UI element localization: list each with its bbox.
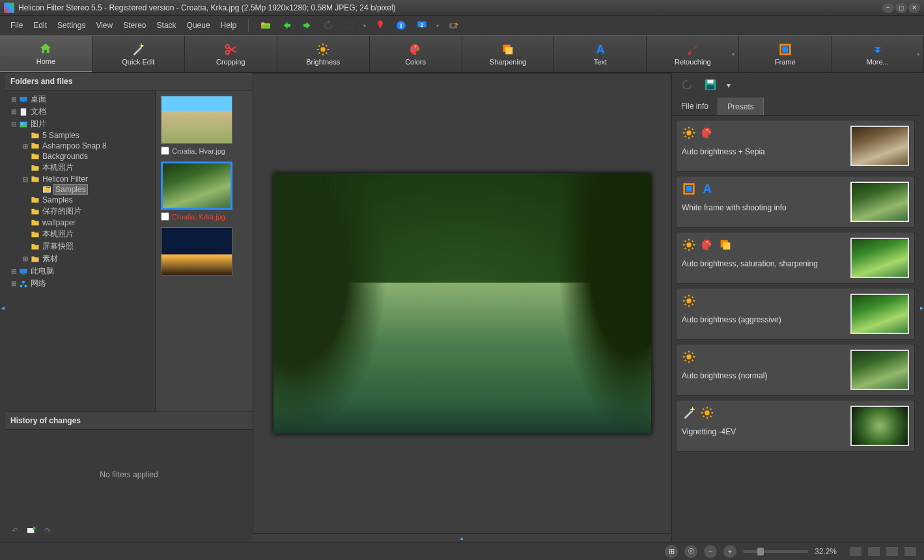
thumbnail-checkbox[interactable] bbox=[161, 212, 169, 221]
menu-view[interactable]: View bbox=[92, 18, 117, 33]
thumbnail-image[interactable] bbox=[161, 161, 232, 210]
preset-item[interactable]: Vignetting -4EV bbox=[676, 400, 915, 452]
zoom-slider[interactable] bbox=[743, 550, 808, 553]
preset-item[interactable]: Auto brightness + Sepia bbox=[676, 120, 915, 172]
zoom-in-icon[interactable]: + bbox=[723, 545, 736, 558]
expand-icon[interactable]: ⊞ bbox=[21, 143, 30, 150]
tab-file-info[interactable]: File info bbox=[672, 98, 718, 115]
thumbnail-strip[interactable]: Croatia, Hvar.jpgCroatia, Krka.jpg bbox=[155, 91, 253, 412]
preset-item[interactable]: Auto brightness, saturation, sharpening bbox=[676, 232, 915, 284]
menu-queue[interactable]: Queue bbox=[183, 18, 214, 33]
pin-marker-icon[interactable] bbox=[371, 18, 389, 33]
info-icon[interactable]: i bbox=[392, 18, 410, 33]
open-folder-icon[interactable] bbox=[257, 18, 275, 33]
bottom-collapse-handle[interactable]: ▴ bbox=[253, 534, 671, 542]
expand-icon[interactable]: ⊞ bbox=[9, 108, 18, 115]
maximize-button[interactable]: ◻ bbox=[895, 3, 907, 13]
svg-point-49 bbox=[686, 354, 691, 359]
tree-node[interactable]: ⊞素材 bbox=[7, 253, 154, 265]
tab-retouching[interactable]: Retouching▾ bbox=[647, 36, 739, 72]
tree-node[interactable]: Samples bbox=[7, 195, 154, 205]
tree-node[interactable]: 屏幕快照 bbox=[7, 240, 154, 253]
menu-settings[interactable]: Settings bbox=[53, 18, 89, 33]
tree-node[interactable]: ⊞Ashampoo Snap 8 bbox=[7, 141, 154, 151]
tab-home[interactable]: Home bbox=[0, 36, 92, 72]
tree-node[interactable]: ⊟图片 bbox=[7, 118, 154, 130]
tab-colors[interactable]: Colors bbox=[370, 36, 462, 72]
folder-tree[interactable]: ⊞桌面⊞文档⊟图片5 Samples⊞Ashampoo Snap 8Backgr… bbox=[5, 91, 155, 412]
view-single-icon[interactable] bbox=[850, 547, 861, 556]
tree-node[interactable]: 本机照片 bbox=[7, 228, 154, 240]
thumbnail-checkbox[interactable] bbox=[161, 147, 169, 155]
presets-list[interactable]: Auto brightness + SepiaAWhite frame with… bbox=[672, 116, 919, 542]
tree-node[interactable]: ⊞文档 bbox=[7, 105, 154, 118]
thumbnail-item[interactable] bbox=[161, 227, 247, 275]
tab-presets[interactable]: Presets bbox=[718, 98, 764, 115]
expand-icon[interactable]: ⊞ bbox=[21, 255, 30, 262]
tree-node[interactable]: ⊞此电脑 bbox=[7, 265, 154, 277]
thumbnail-image[interactable] bbox=[161, 227, 232, 275]
menu-stereo[interactable]: Stereo bbox=[119, 18, 150, 33]
minimize-button[interactable]: − bbox=[882, 3, 894, 13]
dropdown-icon[interactable]: ▾ bbox=[436, 23, 439, 29]
thumbnail-image[interactable] bbox=[161, 96, 232, 144]
right-collapse-handle[interactable]: ▸ bbox=[919, 73, 924, 542]
actual-size-icon[interactable]: ⦾ bbox=[684, 545, 697, 558]
expand-icon[interactable]: ⊟ bbox=[21, 176, 30, 183]
view-split-v-icon[interactable] bbox=[886, 547, 898, 556]
save-icon[interactable] bbox=[703, 77, 718, 94]
save-dropdown-icon[interactable]: ▾ bbox=[727, 81, 731, 90]
close-button[interactable]: ✕ bbox=[908, 3, 920, 13]
export-icon[interactable] bbox=[25, 524, 38, 538]
tab-frame[interactable]: Frame bbox=[739, 36, 832, 72]
tree-label: 本机照片 bbox=[42, 162, 74, 173]
tree-node[interactable]: 保存的图片 bbox=[7, 205, 154, 217]
menu-help[interactable]: Help bbox=[217, 18, 241, 33]
tab-cropping[interactable]: Cropping bbox=[185, 36, 277, 72]
chevron-down-icon[interactable]: ▾ bbox=[732, 51, 735, 57]
view-grid-icon[interactable] bbox=[904, 547, 916, 556]
menu-stack[interactable]: Stack bbox=[153, 18, 180, 33]
svg-rect-33 bbox=[707, 79, 713, 83]
view-split-h-icon[interactable] bbox=[868, 547, 880, 556]
tab-quick-edit[interactable]: Quick Edit bbox=[92, 36, 185, 72]
chevron-down-icon[interactable]: ▾ bbox=[917, 51, 919, 57]
nav-back-icon[interactable] bbox=[277, 18, 296, 33]
tab-sharpening[interactable]: Sharpening bbox=[462, 36, 555, 72]
left-collapse-handle[interactable]: ◂ bbox=[0, 73, 5, 542]
tree-node[interactable]: 本机照片 bbox=[7, 161, 154, 174]
tab-text[interactable]: AText bbox=[554, 36, 647, 72]
expand-icon[interactable]: ⊟ bbox=[9, 120, 18, 128]
tree-node[interactable]: ⊟Helicon Filter bbox=[7, 174, 154, 184]
thumbnail-item[interactable]: Croatia, Hvar.jpg bbox=[161, 96, 247, 155]
preset-item[interactable]: Auto brightness (aggressive) bbox=[676, 288, 915, 340]
tab-brightness[interactable]: Brightness bbox=[277, 36, 370, 72]
thumbnail-item[interactable]: Croatia, Krka.jpg bbox=[161, 161, 247, 221]
expand-icon[interactable]: ⊞ bbox=[9, 280, 18, 287]
scissors-icon bbox=[223, 42, 238, 57]
redo-icon[interactable]: ↷ bbox=[44, 526, 51, 535]
camera-icon[interactable] bbox=[444, 18, 462, 33]
menu-file[interactable]: File bbox=[7, 18, 27, 33]
zoom-out-icon[interactable]: − bbox=[704, 545, 717, 558]
undo-icon[interactable]: ↶ bbox=[12, 526, 18, 535]
expand-icon[interactable]: ⊞ bbox=[9, 268, 18, 275]
nav-forward-icon[interactable] bbox=[298, 18, 316, 33]
canvas-area[interactable] bbox=[253, 73, 671, 534]
tree-node[interactable]: wallpaper bbox=[7, 217, 154, 228]
dropdown-icon[interactable]: ▾ bbox=[363, 23, 366, 29]
svg-rect-19 bbox=[782, 46, 788, 52]
tree-node[interactable]: Samples bbox=[7, 184, 154, 195]
tree-node[interactable]: ⊞桌面 bbox=[7, 93, 154, 105]
fit-screen-icon[interactable]: ⊞ bbox=[665, 545, 678, 558]
display-icon[interactable]: 2 bbox=[413, 18, 431, 33]
tree-node[interactable]: Backgrounds bbox=[7, 151, 154, 161]
tab-more-[interactable]: More...▾ bbox=[832, 36, 924, 72]
menu-edit[interactable]: Edit bbox=[29, 18, 51, 33]
preset-item[interactable]: Auto brightness (normal) bbox=[676, 344, 915, 396]
preset-item[interactable]: AWhite frame with shooting info bbox=[676, 176, 915, 228]
tree-node[interactable]: ⊞网络 bbox=[7, 277, 154, 290]
tree-node[interactable]: 5 Samples bbox=[7, 130, 154, 141]
expand-icon[interactable]: ⊞ bbox=[9, 96, 18, 103]
revert-icon[interactable] bbox=[680, 77, 694, 94]
